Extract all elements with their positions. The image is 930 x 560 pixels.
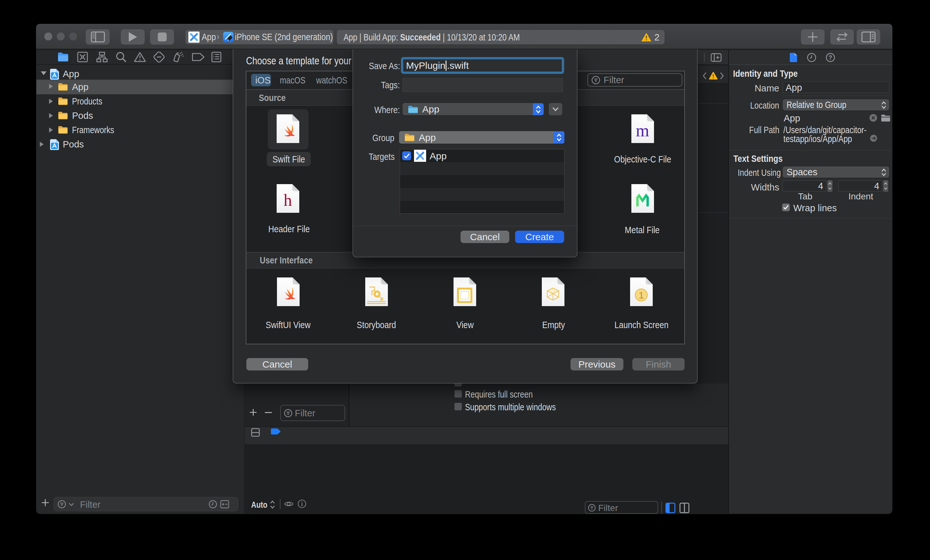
svg-text:?: ? — [828, 54, 832, 61]
svg-text:m: m — [636, 121, 649, 140]
svg-text:1: 1 — [639, 290, 644, 300]
svg-text:h: h — [284, 191, 292, 209]
